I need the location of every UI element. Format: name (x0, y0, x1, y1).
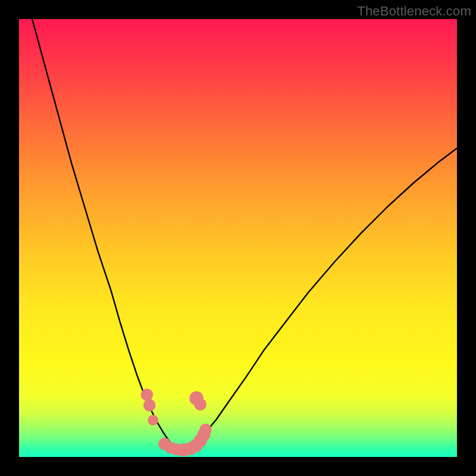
chart-svg (19, 19, 457, 457)
series-right-branch (186, 148, 457, 449)
marker-point (143, 399, 156, 412)
watermark-text: TheBottleneck.com (357, 4, 471, 19)
marker-point (199, 424, 212, 436)
marker-point (141, 389, 154, 401)
series-left-branch (32, 19, 177, 449)
marker-point (148, 415, 158, 425)
chart-plot-area (19, 19, 457, 457)
marker-point (194, 398, 206, 411)
curve-lines (32, 19, 457, 450)
chart-stage: TheBottleneck.com (0, 0, 476, 476)
data-markers (141, 389, 212, 456)
